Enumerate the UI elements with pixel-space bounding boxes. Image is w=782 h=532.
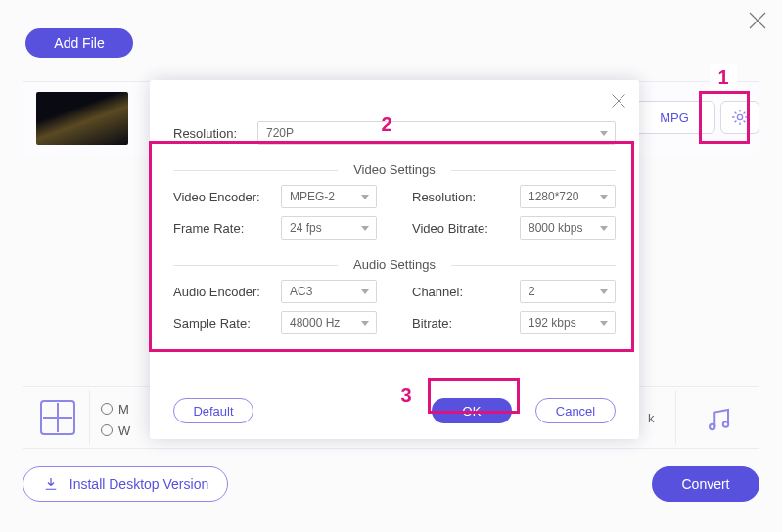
install-desktop-button[interactable]: Install Desktop Version	[23, 466, 228, 502]
add-file-button[interactable]: Add File	[25, 28, 133, 58]
ok-button[interactable]: OK	[432, 398, 512, 423]
divider	[675, 390, 676, 445]
text-k: k	[648, 411, 655, 425]
audio-bitrate-select[interactable]: 192 kbps	[520, 311, 616, 334]
audio-settings-header: Audio Settings	[173, 257, 616, 272]
annotation-badge-3: 3	[392, 381, 420, 409]
video-res-label: Resolution:	[412, 190, 476, 204]
convert-button[interactable]: Convert	[652, 466, 759, 502]
annotation-badge-1: 1	[710, 64, 737, 91]
output-profile-button[interactable]: MPG	[633, 101, 715, 134]
video-encoder-select[interactable]: MPEG-2	[281, 185, 377, 208]
divider	[89, 390, 90, 445]
cancel-button[interactable]: Cancel	[535, 398, 616, 423]
frame-rate-select[interactable]: 24 fps	[281, 216, 377, 240]
svg-point-2	[723, 421, 729, 427]
sample-rate-label: Sample Rate:	[173, 316, 251, 331]
film-icon	[40, 400, 75, 435]
window-close-icon[interactable]	[747, 10, 768, 34]
frame-rate-label: Frame Rate:	[173, 221, 244, 236]
annotation-badge-2: 2	[373, 111, 400, 138]
channel-label: Channel:	[412, 285, 463, 299]
radio-off-icon[interactable]	[101, 403, 113, 415]
settings-gear-button[interactable]	[720, 101, 759, 134]
install-desktop-label: Install Desktop Version	[69, 476, 208, 492]
video-res-select[interactable]: 1280*720	[520, 185, 616, 208]
video-thumbnail[interactable]	[36, 92, 128, 145]
audio-encoder-select[interactable]: AC3	[281, 280, 377, 303]
video-settings-header: Video Settings	[173, 162, 616, 177]
channel-select[interactable]: 2	[520, 280, 616, 303]
radio-off-icon[interactable]	[101, 424, 113, 436]
download-icon	[42, 475, 60, 493]
video-bitrate-select[interactable]: 8000 kbps	[520, 216, 616, 240]
music-icon[interactable]	[704, 405, 733, 437]
svg-point-1	[710, 424, 715, 430]
audio-encoder-label: Audio Encoder:	[173, 285, 260, 299]
video-bitrate-label: Video Bitrate:	[412, 221, 488, 236]
default-button[interactable]: Default	[173, 398, 253, 423]
output-mode-radios[interactable]: M W	[101, 398, 130, 441]
svg-point-0	[737, 114, 742, 119]
sample-rate-select[interactable]: 48000 Hz	[281, 311, 377, 334]
gear-icon	[730, 108, 750, 127]
resolution-label: Resolution:	[173, 126, 242, 141]
video-encoder-label: Video Encoder:	[173, 190, 260, 204]
resolution-select[interactable]: 720P	[257, 121, 616, 145]
audio-bitrate-label: Bitrate:	[412, 316, 452, 331]
